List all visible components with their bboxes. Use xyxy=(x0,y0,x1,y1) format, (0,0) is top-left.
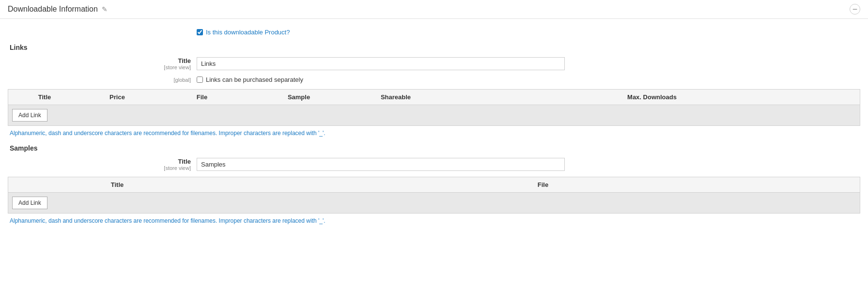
links-section: Links Title [store view] [global] Links … xyxy=(8,44,860,137)
header-left: Downloadable Information ✎ xyxy=(8,5,108,14)
links-col-sample: Sample xyxy=(250,93,347,101)
downloadable-label[interactable]: Is this downloadable Product? xyxy=(206,29,290,36)
links-col-price: Price xyxy=(81,93,154,101)
page-title: Downloadable Information xyxy=(8,5,98,14)
links-title-label: Title xyxy=(178,57,191,64)
content: Is this downloadable Product? Links Titl… xyxy=(0,19,868,238)
links-table-header: Title Price File Sample Shareable Max. D… xyxy=(8,90,860,105)
links-table-body: Add Link xyxy=(8,105,860,125)
links-purchasable-sub: [global] xyxy=(174,77,191,83)
samples-table-header: Title File xyxy=(8,177,860,193)
links-title-label-wrap: Title [store view] xyxy=(105,57,197,70)
page-header: Downloadable Information ✎ − xyxy=(0,0,868,19)
links-purchasable-row: [global] Links can be purchased separate… xyxy=(105,76,860,83)
links-section-title: Links xyxy=(8,44,860,51)
edit-icon[interactable]: ✎ xyxy=(102,5,108,13)
links-title-sub: [store view] xyxy=(105,64,191,70)
links-title-input[interactable] xyxy=(197,57,565,70)
samples-info-text: Alphanumeric, dash and underscore charac… xyxy=(8,217,860,224)
samples-info-text-content: Alphanumeric, dash and underscore charac… xyxy=(10,217,326,224)
samples-section: Samples Title [store view] Title File Ad… xyxy=(8,144,860,224)
links-info-text: Alphanumeric, dash and underscore charac… xyxy=(8,130,860,137)
samples-title-row: Title [store view] xyxy=(105,158,860,171)
links-purchasable-checkbox[interactable] xyxy=(197,77,203,83)
samples-title-input[interactable] xyxy=(197,158,565,171)
samples-title-label: Title xyxy=(178,158,191,165)
samples-title-label-wrap: Title [store view] xyxy=(105,158,197,171)
samples-section-title: Samples xyxy=(8,144,860,152)
links-col-shareable: Shareable xyxy=(347,93,444,101)
samples-title-sub: [store view] xyxy=(105,165,191,171)
add-link-button[interactable]: Add Link xyxy=(12,109,47,122)
links-purchasable-label-wrap: [global] xyxy=(105,76,197,83)
links-purchasable-label[interactable]: Links can be purchased separately xyxy=(206,76,303,83)
links-purchasable-checkbox-wrap: Links can be purchased separately xyxy=(197,76,303,83)
downloadable-checkbox[interactable] xyxy=(197,29,203,35)
links-col-title: Title xyxy=(8,93,81,101)
collapse-icon[interactable]: − xyxy=(850,4,860,15)
samples-col-title: Title xyxy=(8,181,226,188)
links-title-input-wrap xyxy=(197,57,565,70)
samples-title-input-wrap xyxy=(197,158,565,171)
links-col-file: File xyxy=(154,93,250,101)
samples-col-file: File xyxy=(226,181,860,188)
links-table: Title Price File Sample Shareable Max. D… xyxy=(8,89,860,126)
links-title-row: Title [store view] xyxy=(105,57,860,70)
samples-table-body: Add Link xyxy=(8,193,860,213)
samples-table: Title File Add Link xyxy=(8,177,860,214)
add-sample-button[interactable]: Add Link xyxy=(12,197,47,209)
links-col-maxdownloads: Max. Downloads xyxy=(444,93,860,101)
downloadable-checkbox-row: Is this downloadable Product? xyxy=(197,29,860,36)
links-info-text-content: Alphanumeric, dash and underscore charac… xyxy=(10,130,326,137)
